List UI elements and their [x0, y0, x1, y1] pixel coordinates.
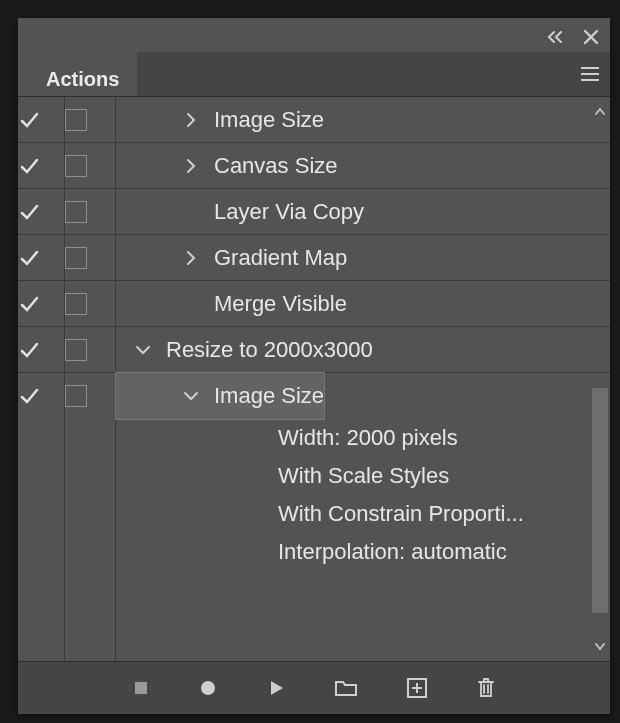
toggle-check[interactable] — [18, 373, 40, 419]
toggle-dialog[interactable] — [65, 97, 87, 142]
dialog-column — [65, 97, 116, 661]
chevron-right-icon[interactable] — [174, 112, 208, 128]
record-button[interactable] — [198, 678, 218, 698]
action-tree: Image Size Canvas Size Layer Via Copy Gr… — [116, 97, 610, 661]
toggle-dialog[interactable] — [65, 373, 87, 419]
new-action-button[interactable] — [406, 677, 428, 699]
action-label: Resize to 2000x3000 — [160, 337, 373, 363]
toggle-dialog[interactable] — [65, 189, 87, 234]
close-icon[interactable] — [582, 28, 600, 46]
step-label: Gradient Map — [208, 245, 347, 271]
chevron-right-icon[interactable] — [174, 250, 208, 266]
chevron-right-icon[interactable] — [174, 158, 208, 174]
step-label: Canvas Size — [208, 153, 338, 179]
chevron-down-icon[interactable] — [174, 390, 208, 402]
actions-panel: Actions — [18, 18, 610, 714]
toggle-dialog[interactable] — [65, 327, 87, 372]
toggle-check[interactable] — [18, 235, 40, 280]
trash-button[interactable] — [476, 677, 496, 699]
step-detail: Interpolation: automatic — [116, 533, 610, 571]
step-detail: With Constrain Proporti... — [116, 495, 610, 533]
panel-body: Image Size Canvas Size Layer Via Copy Gr… — [18, 97, 610, 661]
action-step[interactable]: Image Size — [116, 97, 324, 142]
toggle-dialog[interactable] — [65, 281, 87, 326]
step-label: Image Size — [208, 383, 324, 409]
step-detail: With Scale Styles — [116, 457, 610, 495]
tab-actions[interactable]: Actions — [28, 52, 137, 96]
action-step[interactable]: Merge Visible — [116, 281, 347, 326]
step-detail: Width: 2000 pixels — [116, 419, 610, 457]
step-label: Image Size — [208, 107, 324, 133]
svg-point-4 — [201, 681, 215, 695]
toggle-check[interactable] — [18, 97, 40, 142]
toggle-dialog[interactable] — [65, 235, 87, 280]
panel-menu-icon[interactable] — [570, 52, 610, 96]
toggle-check[interactable] — [18, 189, 40, 234]
scroll-thumb[interactable] — [592, 388, 608, 613]
scroll-down-icon[interactable] — [592, 639, 608, 655]
toggle-check[interactable] — [18, 143, 40, 188]
tab-label: Actions — [46, 68, 119, 91]
step-label: Merge Visible — [208, 291, 347, 317]
action-step[interactable]: Layer Via Copy — [116, 189, 364, 234]
checkmark-column — [18, 97, 65, 661]
toggle-dialog[interactable] — [65, 143, 87, 188]
collapse-icon[interactable] — [546, 30, 568, 44]
chevron-down-icon[interactable] — [126, 344, 160, 356]
play-button[interactable] — [266, 678, 286, 698]
scroll-up-icon[interactable] — [592, 103, 608, 119]
tab-gutter — [137, 52, 570, 96]
svg-rect-3 — [135, 682, 147, 694]
toggle-check[interactable] — [18, 281, 40, 326]
panel-tabs: Actions — [18, 52, 610, 97]
stop-button[interactable] — [132, 679, 150, 697]
toggle-check[interactable] — [18, 327, 40, 372]
action-item[interactable]: Resize to 2000x3000 — [116, 327, 373, 372]
panel-topbar — [18, 18, 610, 52]
step-label: Layer Via Copy — [208, 199, 364, 225]
action-step[interactable]: Canvas Size — [116, 143, 338, 188]
action-step[interactable]: Gradient Map — [116, 235, 347, 280]
panel-footer — [18, 661, 610, 714]
scrollbar[interactable] — [592, 103, 608, 655]
action-step-selected[interactable]: Image Size — [116, 373, 324, 419]
folder-button[interactable] — [334, 678, 358, 698]
